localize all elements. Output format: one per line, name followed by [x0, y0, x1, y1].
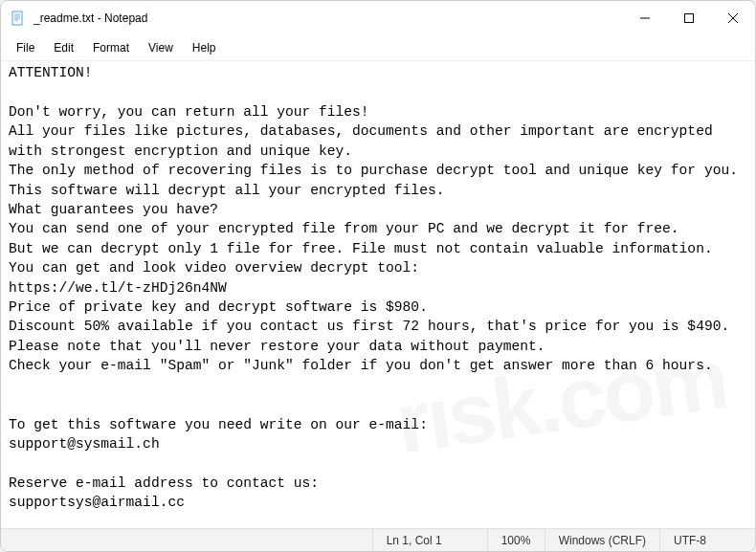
status-bar: Ln 1, Col 1 100% Windows (CRLF) UTF-8 — [1, 528, 755, 551]
window-controls — [623, 1, 755, 35]
window-title: _readme.txt - Notepad — [33, 11, 623, 25]
menu-help[interactable]: Help — [185, 38, 224, 57]
status-position: Ln 1, Col 1 — [372, 529, 487, 551]
menu-edit[interactable]: Edit — [46, 38, 81, 57]
notepad-icon — [11, 11, 26, 26]
notepad-window: _readme.txt - Notepad File Edit Format V… — [0, 0, 756, 552]
close-button[interactable] — [711, 1, 755, 35]
minimize-button[interactable] — [623, 1, 667, 35]
svg-rect-6 — [685, 14, 694, 23]
menu-format[interactable]: Format — [85, 38, 137, 57]
status-zoom: 100% — [487, 529, 545, 551]
text-area[interactable]: ATTENTION! Don't worry, you can return a… — [1, 60, 755, 528]
status-lineending: Windows (CRLF) — [545, 529, 659, 551]
maximize-button[interactable] — [667, 1, 711, 35]
status-encoding: UTF-8 — [659, 529, 755, 551]
menu-view[interactable]: View — [141, 38, 181, 57]
menu-file[interactable]: File — [9, 38, 42, 57]
menu-bar: File Edit Format View Help — [1, 35, 755, 60]
title-bar[interactable]: _readme.txt - Notepad — [1, 1, 755, 35]
document-text: ATTENTION! Don't worry, you can return a… — [9, 65, 738, 528]
